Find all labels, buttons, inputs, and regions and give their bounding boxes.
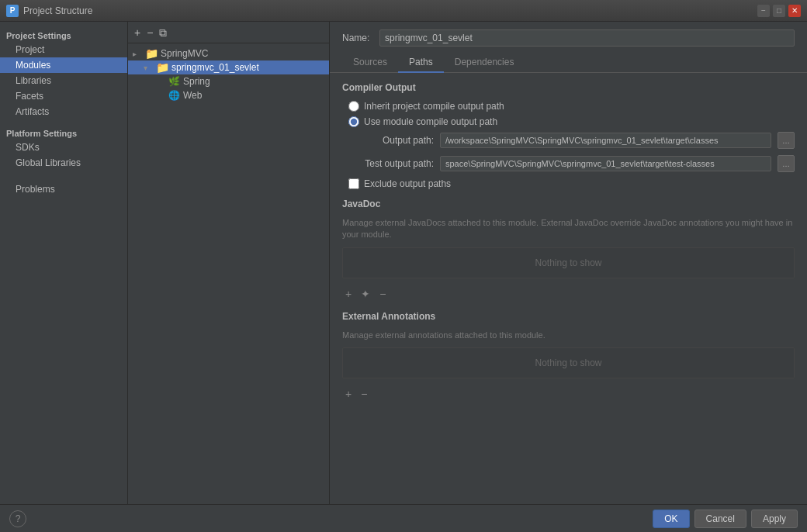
ext-ann-add-button[interactable]: + xyxy=(342,386,355,402)
apply-button[interactable]: Apply xyxy=(751,510,798,528)
external-annotations-empty: Nothing to show xyxy=(342,347,795,378)
exclude-checkbox[interactable] xyxy=(348,178,359,189)
radio-inherit[interactable] xyxy=(348,101,359,112)
javadoc-title: JavaDoc xyxy=(342,199,795,209)
tree-arrow-springmvc: ▸ xyxy=(133,50,142,58)
tabs-bar: Sources Paths Dependencies xyxy=(330,53,807,73)
tree-item-springmvc[interactable]: ▸ 📁 SpringMVC xyxy=(128,47,329,60)
javadoc-add-alt-button[interactable]: ✦ xyxy=(358,286,373,302)
spring-icon: 🌿 xyxy=(168,76,180,87)
tree-arrow-sevlet: ▾ xyxy=(144,64,153,72)
maximize-button[interactable]: □ xyxy=(773,5,785,17)
radio-module-label: Use module compile output path xyxy=(364,116,497,127)
sidebar-item-libraries[interactable]: Libraries xyxy=(0,73,127,88)
app-icon: P xyxy=(6,5,19,17)
output-path-input[interactable] xyxy=(440,133,771,148)
test-output-path-label: Test output path: xyxy=(348,158,434,169)
web-icon: 🌐 xyxy=(168,90,180,101)
minimize-button[interactable]: − xyxy=(757,5,770,17)
radio-module-row: Use module compile output path xyxy=(342,116,795,127)
project-settings-header: Project Settings xyxy=(0,28,127,42)
compiler-output-title: Compiler Output xyxy=(342,82,795,93)
tree-label-springmvc: SpringMVC xyxy=(161,48,208,59)
tree-copy-button[interactable]: ⧉ xyxy=(158,27,168,38)
title-bar-text: Project Structure xyxy=(23,5,757,16)
window-controls: − □ ✕ xyxy=(757,5,801,17)
test-output-path-input[interactable] xyxy=(440,156,771,171)
name-label: Name: xyxy=(342,33,373,43)
tree-label-web: Web xyxy=(183,90,202,101)
exclude-checkbox-row: Exclude output paths xyxy=(342,178,795,189)
javadoc-section: JavaDoc Manage external JavaDocs attache… xyxy=(342,199,795,303)
sidebar-item-facets[interactable]: Facets xyxy=(0,88,127,104)
tree-content: ▸ 📁 SpringMVC ▾ 📁 springmvc_01_sevlet ▸ … xyxy=(128,43,329,504)
javadoc-toolbar: + ✦ − xyxy=(342,285,795,303)
tree-remove-button[interactable]: − xyxy=(145,27,154,38)
tree-item-web[interactable]: ▸ 🌐 Web xyxy=(128,88,329,102)
content-panel: Name: Sources Paths Dependencies Compile… xyxy=(330,22,807,504)
name-row: Name: xyxy=(330,22,807,53)
sidebar-item-project[interactable]: Project xyxy=(0,42,127,57)
cancel-button[interactable]: Cancel xyxy=(694,510,746,528)
tree-toolbar: + − ⧉ xyxy=(128,22,329,43)
radio-inherit-row: Inherit project compile output path xyxy=(342,101,795,112)
bottom-right: OK Cancel Apply xyxy=(653,510,798,528)
sidebar: Project Settings Project Modules Librari… xyxy=(0,22,128,504)
tree-label-sevlet: springmvc_01_sevlet xyxy=(171,62,259,73)
platform-settings-header: Platform Settings xyxy=(0,126,127,140)
radio-inherit-label: Inherit project compile output path xyxy=(364,101,504,112)
tree-item-springmvc-01-sevlet[interactable]: ▾ 📁 springmvc_01_sevlet xyxy=(128,60,329,74)
tree-add-button[interactable]: + xyxy=(133,27,142,38)
sidebar-item-artifacts[interactable]: Artifacts xyxy=(0,104,127,119)
tab-paths[interactable]: Paths xyxy=(398,53,444,73)
folder-icon-springmvc: 📁 xyxy=(145,49,158,59)
tree-panel: + − ⧉ ▸ 📁 SpringMVC ▾ 📁 springmvc_01_sev… xyxy=(128,22,330,504)
javadoc-add-button[interactable]: + xyxy=(342,286,355,302)
output-path-browse-button[interactable]: … xyxy=(778,132,795,149)
bottom-bar: ? OK Cancel Apply xyxy=(0,504,807,532)
ok-button[interactable]: OK xyxy=(653,510,689,528)
test-output-path-row: Test output path: … xyxy=(342,155,795,172)
title-bar: P Project Structure − □ ✕ xyxy=(0,0,807,22)
sidebar-item-problems[interactable]: Problems xyxy=(0,181,127,197)
tree-item-spring[interactable]: ▸ 🌿 Spring xyxy=(128,74,329,88)
tab-dependencies[interactable]: Dependencies xyxy=(444,53,525,73)
sidebar-item-sdks[interactable]: SDKs xyxy=(0,140,127,155)
tab-sources[interactable]: Sources xyxy=(342,53,398,73)
radio-module[interactable] xyxy=(348,116,359,127)
javadoc-description: Manage external JavaDocs attached to thi… xyxy=(342,217,795,241)
exclude-label: Exclude output paths xyxy=(364,178,451,189)
output-path-row: Output path: … xyxy=(342,132,795,149)
bottom-left: ? xyxy=(9,510,26,527)
main-container: Project Settings Project Modules Librari… xyxy=(0,22,807,504)
test-output-path-browse-button[interactable]: … xyxy=(778,155,795,172)
paths-content: Compiler Output Inherit project compile … xyxy=(330,73,807,504)
sidebar-item-global-libraries[interactable]: Global Libraries xyxy=(0,155,127,171)
external-annotations-toolbar: + − xyxy=(342,385,795,403)
javadoc-remove-button[interactable]: − xyxy=(376,286,389,302)
folder-icon-sevlet: 📁 xyxy=(156,63,168,73)
external-annotations-title: External Annotations xyxy=(342,311,795,322)
help-button[interactable]: ? xyxy=(9,510,26,527)
close-button[interactable]: ✕ xyxy=(788,5,801,17)
name-input[interactable] xyxy=(379,29,795,47)
output-path-label: Output path: xyxy=(348,135,434,146)
ext-ann-remove-button[interactable]: − xyxy=(358,386,370,402)
external-annotations-section: External Annotations Manage external ann… xyxy=(342,311,795,403)
javadoc-empty: Nothing to show xyxy=(342,247,795,278)
tree-label-spring: Spring xyxy=(183,76,210,87)
sidebar-item-modules[interactable]: Modules xyxy=(0,57,127,73)
external-annotations-description: Manage external annotations attached to … xyxy=(342,330,795,341)
